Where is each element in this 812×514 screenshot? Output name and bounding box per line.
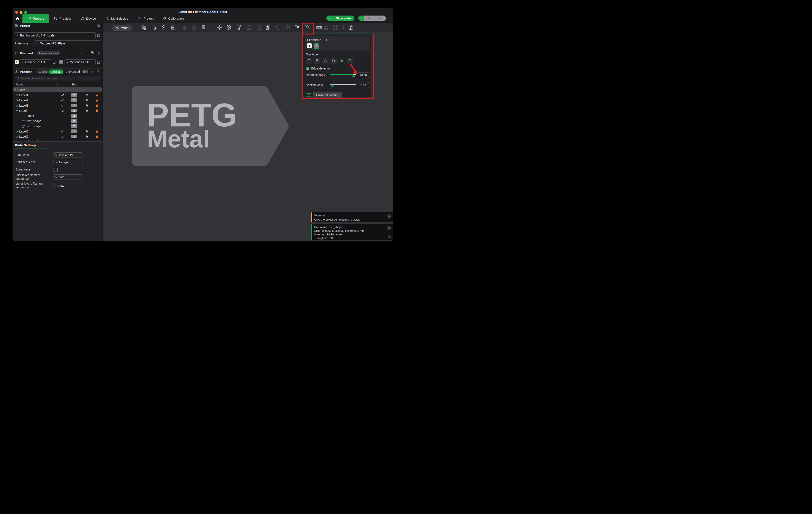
split-to-objects-icon[interactable] bbox=[256, 24, 262, 31]
ps-other-layers-sequence-select[interactable]: Auto bbox=[54, 183, 83, 188]
tree-row-label3[interactable]: Label3 2 bbox=[12, 103, 103, 108]
triangle-tool[interactable] bbox=[322, 58, 328, 64]
chevron-right-icon[interactable] bbox=[17, 130, 18, 132]
slider-handle[interactable] bbox=[331, 84, 334, 87]
search-input[interactable] bbox=[21, 77, 99, 80]
tree-row-part-text-shape-2[interactable]: text_shape 2 bbox=[12, 124, 103, 129]
section-view-slider[interactable] bbox=[330, 84, 356, 86]
auto-orient-icon[interactable] bbox=[160, 24, 167, 31]
print-options-dropdown[interactable] bbox=[358, 16, 364, 21]
slice-options-dropdown[interactable] bbox=[326, 16, 332, 21]
ps-plate-type-select[interactable]: Textured PEI ... bbox=[54, 152, 83, 158]
spiral-vase-checkbox[interactable] bbox=[54, 168, 58, 172]
filament-badge[interactable]: 2 bbox=[71, 134, 77, 138]
paint-icon[interactable] bbox=[85, 93, 88, 97]
filament-badge[interactable]: 2 bbox=[71, 124, 77, 128]
remove-filament-button[interactable]: − bbox=[86, 51, 88, 55]
variable-layer-height-icon[interactable] bbox=[200, 24, 207, 31]
filament-badge[interactable]: 2 bbox=[71, 93, 77, 97]
lock-icon[interactable] bbox=[95, 135, 98, 139]
fill-hole-icon[interactable] bbox=[274, 24, 281, 31]
paint-icon[interactable] bbox=[85, 135, 88, 139]
tab-multi-device[interactable]: Multi-device bbox=[101, 14, 133, 23]
paint-icon[interactable] bbox=[85, 99, 88, 103]
split-to-parts-icon[interactable] bbox=[265, 24, 271, 31]
edit-printer-icon[interactable] bbox=[97, 34, 100, 37]
tree-row-label2[interactable]: Label2 2 bbox=[12, 98, 103, 103]
scale-icon[interactable] bbox=[236, 24, 242, 31]
lock-icon[interactable] bbox=[95, 99, 98, 102]
seam-painting-icon[interactable] bbox=[332, 24, 339, 31]
tree-row-label6[interactable]: Label6 2 bbox=[12, 134, 103, 139]
filament-2-select[interactable]: Generic PETG bbox=[64, 59, 96, 65]
gap-fill-tool[interactable] bbox=[347, 58, 353, 64]
filament-change-icon[interactable] bbox=[90, 51, 94, 55]
copy-icon[interactable] bbox=[181, 24, 188, 31]
circle-brush-tool[interactable] bbox=[306, 58, 312, 64]
tab-project[interactable]: Project bbox=[133, 14, 158, 23]
minimize-notification-icon[interactable]: − bbox=[388, 235, 391, 238]
move-icon[interactable] bbox=[216, 24, 223, 31]
chevron-right-icon[interactable] bbox=[17, 104, 18, 107]
fill-tool[interactable] bbox=[339, 58, 345, 64]
rotate-icon[interactable] bbox=[225, 24, 232, 31]
add-plate-icon[interactable] bbox=[151, 24, 157, 31]
paint-icon[interactable] bbox=[85, 109, 88, 113]
tree-row-plate-1[interactable]: Plate 1 bbox=[13, 87, 102, 92]
filament-badge[interactable]: 2 bbox=[71, 129, 77, 133]
height-range-tool[interactable] bbox=[330, 58, 337, 64]
tree-row-part-label[interactable]: Label 2 bbox=[12, 113, 103, 118]
close-icon[interactable]: × bbox=[387, 214, 392, 219]
process-objects-segment[interactable]: Objects bbox=[49, 69, 63, 74]
filament-badge[interactable]: 2 bbox=[71, 103, 77, 107]
paint-filament-1-swatch[interactable]: 1 bbox=[307, 43, 312, 48]
filament-badge[interactable]: 2 bbox=[71, 119, 77, 123]
add-filament-button[interactable]: + bbox=[81, 51, 83, 55]
tab-calibration[interactable]: Calibration bbox=[158, 14, 188, 23]
plate-type-select[interactable]: Textured PEI Plate bbox=[34, 40, 100, 47]
tree-row-label1[interactable]: Label1 2 bbox=[12, 93, 103, 98]
erase-all-painting-button[interactable]: Erase all painting bbox=[313, 92, 342, 98]
tree-row-label4[interactable]: Label4 2 bbox=[12, 108, 103, 113]
paste-icon[interactable] bbox=[191, 24, 197, 31]
printer-settings-gear-icon[interactable] bbox=[97, 24, 100, 27]
filament-badge[interactable]: 2 bbox=[71, 109, 77, 113]
sphere-brush-tool[interactable] bbox=[314, 58, 320, 64]
filament-badge[interactable]: 2 bbox=[71, 98, 77, 102]
tab-device[interactable]: Device bbox=[76, 14, 101, 23]
chevron-right-icon[interactable] bbox=[17, 94, 18, 96]
chevron-right-icon[interactable] bbox=[17, 135, 18, 138]
edit-filament-2-icon[interactable] bbox=[97, 60, 100, 64]
viewport-3d[interactable]: Ta return bbox=[103, 23, 393, 241]
slice-plate-button[interactable]: Slice plate bbox=[332, 16, 354, 21]
ps-print-sequence-select[interactable]: By layer bbox=[54, 160, 83, 165]
paint-filament-2-swatch[interactable]: 2 bbox=[314, 43, 319, 49]
tab-prepare[interactable]: Prepare bbox=[23, 14, 49, 23]
close-icon[interactable]: × bbox=[387, 226, 392, 231]
print-plate-button[interactable]: Print plate bbox=[364, 16, 386, 21]
lock-icon[interactable] bbox=[95, 109, 98, 113]
return-button[interactable]: return bbox=[112, 25, 132, 31]
filament-settings-gear-icon[interactable] bbox=[97, 51, 100, 55]
paint-icon[interactable] bbox=[85, 130, 88, 134]
options-list-icon[interactable] bbox=[91, 70, 94, 73]
tab-preview[interactable]: Preview bbox=[49, 14, 76, 23]
flushing-volumes-button[interactable]: Flushing volumes bbox=[37, 51, 60, 55]
lay-on-face-icon[interactable] bbox=[246, 24, 253, 31]
add-paint-filament-button[interactable]: + bbox=[325, 38, 328, 42]
chevron-down-icon[interactable] bbox=[16, 110, 18, 112]
mesh-boolean-icon[interactable] bbox=[285, 24, 291, 31]
lock-icon[interactable] bbox=[95, 130, 98, 133]
filament-badge[interactable]: 2 bbox=[71, 114, 77, 118]
edge-detection-checkbox[interactable] bbox=[306, 67, 309, 70]
printer-preset-select[interactable]: Bambu Lab A1 0.4 nozzle bbox=[15, 32, 96, 38]
lock-icon[interactable] bbox=[95, 93, 98, 97]
cut-icon[interactable] bbox=[323, 24, 329, 31]
section-view-input[interactable] bbox=[358, 82, 369, 88]
assembly-view-icon[interactable] bbox=[348, 24, 354, 31]
filament-1-select[interactable]: Generic PETG bbox=[20, 59, 51, 65]
edit-filament-1-icon[interactable] bbox=[53, 60, 56, 64]
options-tuning-icon[interactable] bbox=[97, 70, 100, 73]
paint-icon[interactable] bbox=[85, 104, 88, 108]
filament-slot-2[interactable]: 2 bbox=[59, 60, 63, 64]
